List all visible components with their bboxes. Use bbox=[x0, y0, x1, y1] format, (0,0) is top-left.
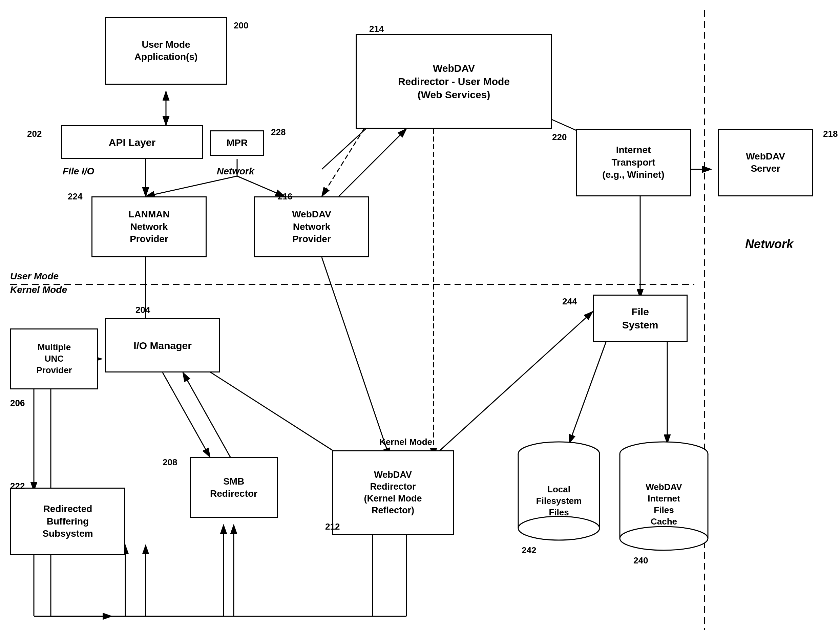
webdav-server-id: 218 bbox=[823, 129, 838, 139]
kernel-mode-label: Kernel Mode bbox=[10, 284, 67, 295]
redirected-buffering-box: Redirected Buffering Subsystem bbox=[10, 488, 125, 555]
svg-line-11 bbox=[322, 257, 390, 457]
network-boundary-label: Network bbox=[745, 237, 793, 251]
user-app-label: User Mode Application(s) bbox=[134, 39, 198, 63]
file-system-label: File System bbox=[622, 305, 658, 332]
file-system-box: File System bbox=[593, 295, 688, 342]
webdav-net-provider-label: WebDAV Network Provider bbox=[292, 208, 331, 245]
api-layer-id: 202 bbox=[27, 129, 42, 139]
webdav-redirector-kernel-id-top: Kernel Mode bbox=[379, 437, 432, 447]
lanman-label: LANMAN Network Provider bbox=[128, 208, 169, 245]
io-manager-label: I/O Manager bbox=[134, 339, 192, 352]
diagram-container: User Mode Application(s) 200 API Layer 2… bbox=[0, 0, 840, 641]
file-io-label: File I/O bbox=[63, 166, 94, 177]
redirected-buffering-id: 222 bbox=[10, 481, 25, 491]
webdav-redirector-user-box: WebDAV Redirector - User Mode (Web Servi… bbox=[356, 34, 552, 129]
multiple-unc-label: Multiple UNC Provider bbox=[36, 341, 72, 376]
webdav-redirector-user-id: 214 bbox=[369, 24, 384, 34]
internet-transport-label: Internet Transport (e.g., Wininet) bbox=[602, 144, 664, 181]
internet-transport-id: 220 bbox=[552, 132, 567, 143]
webdav-redirector-kernel-box: WebDAV Redirector (Kernel Mode Reflector… bbox=[332, 450, 454, 535]
smb-redirector-id: 208 bbox=[163, 457, 177, 468]
kernel-mode-text: Kernel Mode bbox=[10, 284, 67, 295]
svg-point-46 bbox=[620, 527, 708, 550]
smb-redirector-box: SMB Redirector bbox=[190, 457, 278, 518]
webdav-net-provider-box: WebDAV Network Provider bbox=[254, 196, 369, 257]
user-mode-label: User Mode bbox=[10, 271, 59, 282]
network-mpr-label: Network bbox=[217, 166, 254, 177]
webdav-redirector-user-label: WebDAV Redirector - User Mode (Web Servi… bbox=[398, 62, 510, 101]
local-fs-id: 242 bbox=[522, 545, 536, 556]
io-manager-id: 204 bbox=[135, 305, 150, 315]
svg-line-23 bbox=[183, 372, 231, 457]
svg-line-7 bbox=[146, 176, 237, 196]
lanman-box: LANMAN Network Provider bbox=[92, 196, 206, 257]
multiple-unc-box: Multiple UNC Provider bbox=[10, 329, 98, 390]
user-mode-text: User Mode bbox=[10, 271, 59, 281]
webdav-redirector-kernel-id: 212 bbox=[325, 522, 340, 532]
webdav-redirector-kernel-label: WebDAV Redirector (Kernel Mode Reflector… bbox=[364, 469, 422, 516]
file-system-id: 244 bbox=[562, 296, 577, 307]
webdav-net-provider-id: 216 bbox=[278, 191, 292, 202]
webdav-server-label: WebDAV Server bbox=[746, 150, 785, 175]
local-fs-label: Local Filesystem Files bbox=[536, 484, 582, 518]
api-layer-box: API Layer bbox=[61, 125, 203, 159]
webdav-server-box: WebDAV Server bbox=[718, 129, 813, 196]
internet-transport-box: Internet Transport (e.g., Wininet) bbox=[576, 129, 691, 196]
smb-redirector-label: SMB Redirector bbox=[210, 475, 257, 500]
user-app-id: 200 bbox=[234, 20, 248, 31]
svg-line-8 bbox=[237, 176, 285, 196]
multiple-unc-id: 206 bbox=[10, 398, 25, 408]
svg-line-33 bbox=[569, 332, 610, 444]
svg-point-41 bbox=[518, 516, 600, 540]
local-fs-cylinder: Local Filesystem Files bbox=[515, 440, 603, 542]
api-layer-label: API Layer bbox=[109, 136, 155, 149]
lanman-id: 224 bbox=[68, 191, 82, 202]
webdav-cache-label: WebDAV Internet Files Cache bbox=[646, 482, 682, 527]
webdav-cache-id: 240 bbox=[634, 555, 648, 566]
user-app-box: User Mode Application(s) bbox=[105, 17, 227, 85]
svg-line-36 bbox=[339, 129, 406, 196]
io-manager-box: I/O Manager bbox=[105, 318, 220, 372]
svg-line-15 bbox=[163, 372, 210, 457]
redirected-buffering-label: Redirected Buffering Subsystem bbox=[42, 503, 93, 540]
mpr-box: MPR bbox=[210, 130, 264, 156]
webdav-cache-cylinder: WebDAV Internet Files Cache bbox=[616, 440, 711, 552]
mpr-label: MPR bbox=[227, 137, 248, 149]
mpr-id: 228 bbox=[271, 127, 285, 137]
